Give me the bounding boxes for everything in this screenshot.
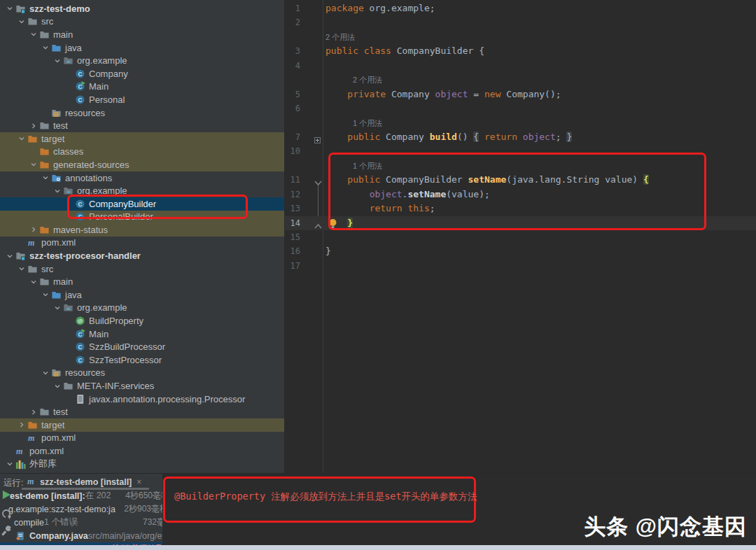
- folder-icon: [27, 263, 38, 274]
- chevron-down-icon[interactable]: [28, 277, 38, 286]
- tree-item-21-main[interactable]: main: [0, 275, 284, 288]
- code-line-4[interactable]: 4: [285, 59, 756, 73]
- maven-icon: m: [27, 237, 38, 248]
- tree-item-5-company[interactable]: CCompany: [0, 67, 284, 80]
- line-number: 14: [285, 216, 300, 230]
- inlay-hint-row[interactable]: 2 个用法: [285, 30, 756, 44]
- chevron-right-icon[interactable]: [16, 421, 27, 430]
- tree-item-12-generated-sources[interactable]: generated-sources: [0, 158, 284, 171]
- tree-item-34-pom-xml[interactable]: mpom.xml: [0, 444, 284, 458]
- code-line-2[interactable]: 2: [285, 15, 756, 29]
- rerun-button[interactable]: [1, 490, 12, 503]
- svg-text:m: m: [28, 433, 34, 443]
- tree-item-28-resources[interactable]: resources: [0, 367, 284, 380]
- code-editor[interactable]: 1package org.example;22 个用法3public class…: [285, 0, 756, 473]
- chevron-down-icon[interactable]: [52, 303, 62, 312]
- rerun-failed-icon[interactable]: [1, 508, 12, 523]
- code-line-15[interactable]: 15: [285, 230, 756, 244]
- tree-item-13-annotations[interactable]: annotations: [0, 171, 284, 185]
- chevron-down-icon[interactable]: [4, 460, 15, 469]
- output-text: est-demo [install]:: [10, 491, 85, 501]
- run-tab[interactable]: m szz-test-demo [install] ×: [27, 476, 141, 488]
- tree-item-25-main[interactable]: CMain: [0, 327, 284, 341]
- tree-item-7-personal[interactable]: CPersonal: [0, 93, 284, 106]
- tree-item-27-szztestprocessor[interactable]: CSzzTestProcessor: [0, 353, 284, 367]
- chevron-down-icon[interactable]: [40, 43, 50, 52]
- tree-item-9-test[interactable]: test: [0, 119, 284, 132]
- line-number: 2: [285, 15, 300, 29]
- code-line-17[interactable]: 17: [285, 259, 756, 273]
- tree-item-1-src[interactable]: src: [0, 15, 284, 29]
- tree-item-label: org.example: [77, 302, 127, 313]
- chevron-down-icon[interactable]: [52, 56, 62, 65]
- tree-item-30-javax-annotation-processing-processor[interactable]: javax.annotation.processing.Processor: [0, 393, 284, 406]
- usages-inlay-hint[interactable]: 2 个用法: [326, 30, 355, 44]
- chevron-right-icon[interactable]: [28, 407, 38, 416]
- chevron-down-icon[interactable]: [40, 174, 50, 183]
- tree-item-11-classes[interactable]: classes: [0, 146, 284, 159]
- chevron-down-icon[interactable]: [52, 381, 62, 390]
- tree-item-label: Main: [89, 329, 108, 339]
- usages-inlay-hint[interactable]: 1 个用法: [353, 116, 382, 130]
- svg-text:m: m: [16, 446, 22, 456]
- ide-window: szz-test-demosrcmainjavaorg.exampleCComp…: [0, 0, 756, 550]
- excluded-folder-icon: [38, 224, 50, 235]
- tree-item-label: META-INF.services: [77, 381, 154, 391]
- maven-output-row-2[interactable]: compile 1 个错误732毫秒: [0, 516, 162, 529]
- tree-item-10-target[interactable]: target: [0, 132, 284, 146]
- chevron-down-icon[interactable]: [16, 17, 27, 26]
- inlay-hint-row[interactable]: 2 个用法: [285, 73, 756, 87]
- tree-item-label: src: [41, 264, 53, 274]
- tree-item-24-buildproperty[interactable]: @BuildProperty: [0, 314, 284, 327]
- chevron-down-icon[interactable]: [40, 368, 50, 377]
- chevron-down-icon[interactable]: [4, 251, 15, 260]
- chevron-down-icon[interactable]: [28, 30, 38, 39]
- usages-inlay-hint[interactable]: 2 个用法: [353, 73, 382, 87]
- tree-item-17-maven-status[interactable]: maven-status: [0, 223, 284, 237]
- chevron-right-icon[interactable]: [28, 225, 38, 234]
- tree-item-32-target[interactable]: target: [0, 418, 284, 432]
- wrench-icon[interactable]: [1, 525, 13, 540]
- maven-output-row-0[interactable]: est-demo [install]: 在 2024秒650毫秒: [0, 489, 162, 502]
- chevron-down-icon[interactable]: [16, 134, 27, 143]
- output-text: src/main/java/org/exa: [88, 531, 162, 541]
- chevron-down-icon[interactable]: [4, 4, 15, 13]
- tree-item-19-szz-test-procesor-handler[interactable]: szz-test-procesor-handler: [0, 249, 284, 262]
- tree-item-label: java: [65, 290, 82, 300]
- close-icon[interactable]: ×: [136, 477, 141, 487]
- tree-item-18-pom-xml[interactable]: mpom.xml: [0, 237, 284, 250]
- chevron-down-icon[interactable]: [52, 186, 62, 195]
- code-line-16[interactable]: 16}: [285, 244, 756, 258]
- tree-item-4-org-example[interactable]: org.example: [0, 54, 284, 67]
- tree-item-2-main[interactable]: main: [0, 28, 284, 41]
- code-line-3[interactable]: 3public class CompanyBuilder {: [285, 44, 756, 58]
- tree-item-20-src[interactable]: src: [0, 262, 284, 276]
- tree-item-0-szz-test-demo[interactable]: szz-test-demo: [0, 2, 284, 15]
- chevron-down-icon[interactable]: [16, 265, 27, 274]
- class-icon: C: [74, 94, 86, 105]
- code-line-1[interactable]: 1package org.example;: [285, 1, 756, 15]
- inlay-hint-row[interactable]: 1 个用法: [285, 116, 756, 130]
- maven-output-row-1[interactable]: g.example:szz-test-demo:ja2秒903毫秒: [0, 502, 162, 516]
- tree-item-33-pom-xml[interactable]: mpom.xml: [0, 432, 284, 445]
- tree-item-label: test: [53, 407, 68, 417]
- chevron-right-icon[interactable]: [28, 121, 38, 130]
- code-line-7[interactable]: 7 public Company build() { return object…: [285, 130, 756, 144]
- excluded-folder-icon: [27, 419, 38, 430]
- resources-folder-icon: [50, 367, 62, 379]
- tree-item-8-resources[interactable]: resources: [0, 106, 284, 120]
- code-text: }: [326, 244, 331, 258]
- tree-item-35--[interactable]: 外部库: [0, 458, 284, 471]
- tree-item-29-meta-inf-services[interactable]: META-INF.services: [0, 379, 284, 393]
- code-line-5[interactable]: 5 private Company object = new Company()…: [285, 87, 756, 101]
- chevron-down-icon[interactable]: [28, 160, 38, 169]
- tree-item-6-main[interactable]: CMain: [0, 80, 284, 94]
- code-line-6[interactable]: 6: [285, 101, 756, 115]
- chevron-down-icon[interactable]: [40, 290, 50, 299]
- tree-item-3-java[interactable]: java: [0, 41, 284, 55]
- tree-item-26-szzbuildprocessor[interactable]: CSzzBuildProcessor: [0, 340, 284, 353]
- tree-item-31-test[interactable]: test: [0, 405, 284, 418]
- maven-output-row-3[interactable]: Company.java src/main/java/org/exa: [0, 529, 162, 542]
- tree-item-23-org-example[interactable]: org.example: [0, 302, 284, 315]
- tree-item-22-java[interactable]: java: [0, 288, 284, 302]
